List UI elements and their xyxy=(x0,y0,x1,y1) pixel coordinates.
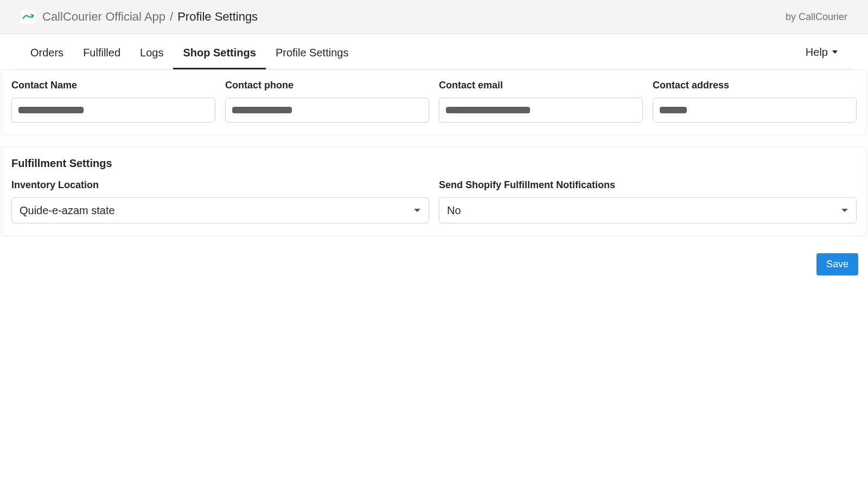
contact-address-label: Contact address xyxy=(653,80,857,91)
inventory-location-value: Quide-e-azam state xyxy=(20,204,115,217)
contact-phone-field: Contact phone xyxy=(225,80,429,123)
chevron-down-icon xyxy=(413,207,421,214)
contact-phone-label: Contact phone xyxy=(225,80,429,91)
header-left: CallCourier Official App / Profile Setti… xyxy=(21,10,258,24)
by-line: by CallCourier xyxy=(786,11,847,23)
contact-email-field: Contact email xyxy=(439,80,643,123)
contact-panel: Contact Name Contact phone Contact email… xyxy=(1,69,867,135)
breadcrumb-current: Profile Settings xyxy=(177,10,258,24)
shopify-notify-select[interactable]: No xyxy=(439,197,857,223)
shopify-notify-value: No xyxy=(447,204,461,217)
inventory-location-label: Inventory Location xyxy=(11,179,429,191)
contact-phone-input[interactable] xyxy=(225,98,429,123)
tab-logs[interactable]: Logs xyxy=(130,36,173,69)
contact-name-label: Contact Name xyxy=(11,80,215,91)
tab-fulfilled[interactable]: Fulfilled xyxy=(73,36,130,69)
inventory-location-select[interactable]: Quide-e-azam state xyxy=(11,197,429,223)
help-button[interactable]: Help xyxy=(806,42,838,63)
redacted-value xyxy=(446,107,530,113)
fulfillment-section-title: Fulfillment Settings xyxy=(11,147,857,174)
contact-address-input[interactable] xyxy=(653,98,857,123)
contact-name-input[interactable] xyxy=(11,98,215,123)
caret-down-icon xyxy=(832,50,838,54)
app-header: CallCourier Official App / Profile Setti… xyxy=(0,0,868,34)
shopify-notify-field: Send Shopify Fulfillment Notifications N… xyxy=(439,179,857,223)
tab-orders[interactable]: Orders xyxy=(30,36,73,69)
help-label: Help xyxy=(806,46,828,59)
contact-address-field: Contact address xyxy=(653,80,857,123)
contact-email-label: Contact email xyxy=(439,80,643,91)
inventory-location-field: Inventory Location Quide-e-azam state xyxy=(11,179,429,223)
shopify-notify-label: Send Shopify Fulfillment Notifications xyxy=(439,179,857,191)
breadcrumb-separator: / xyxy=(170,10,173,24)
redacted-value xyxy=(660,107,687,113)
contact-email-input[interactable] xyxy=(439,98,643,123)
redacted-value xyxy=(18,107,84,113)
tabs: Orders Fulfilled Logs Shop Settings Prof… xyxy=(30,35,358,69)
breadcrumb: CallCourier Official App / Profile Setti… xyxy=(42,10,258,24)
contact-name-field: Contact Name xyxy=(11,80,215,123)
save-row: Save xyxy=(0,248,868,275)
app-logo-icon xyxy=(21,10,36,23)
breadcrumb-app-name[interactable]: CallCourier Official App xyxy=(42,10,165,24)
fulfillment-panel: Fulfillment Settings Inventory Location … xyxy=(1,147,867,236)
chevron-down-icon xyxy=(841,207,848,214)
save-button[interactable]: Save xyxy=(816,253,858,275)
redacted-value xyxy=(232,107,292,113)
tab-profile-settings[interactable]: Profile Settings xyxy=(266,36,359,69)
tab-bar: Orders Fulfilled Logs Shop Settings Prof… xyxy=(15,35,853,69)
tab-shop-settings[interactable]: Shop Settings xyxy=(173,36,265,69)
